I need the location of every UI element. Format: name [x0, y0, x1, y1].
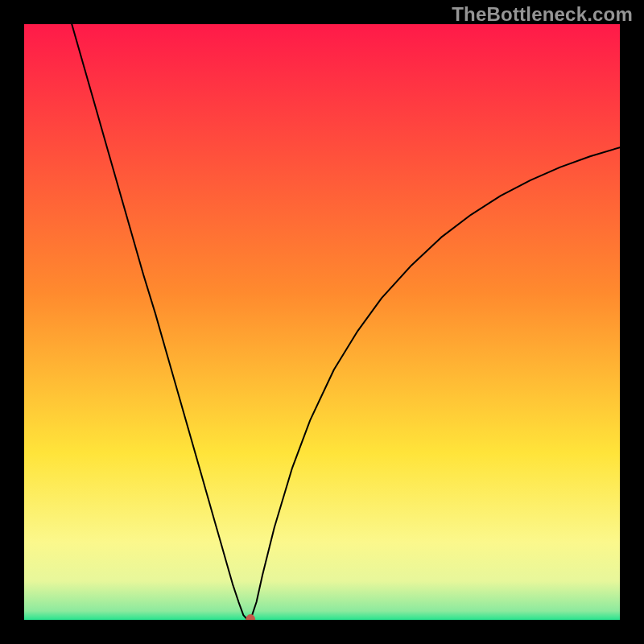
chart-frame: TheBottleneck.com	[0, 0, 644, 644]
chart-plot-area	[24, 24, 620, 620]
watermark-label: TheBottleneck.com	[452, 3, 633, 26]
chart-background-gradient	[24, 24, 620, 620]
